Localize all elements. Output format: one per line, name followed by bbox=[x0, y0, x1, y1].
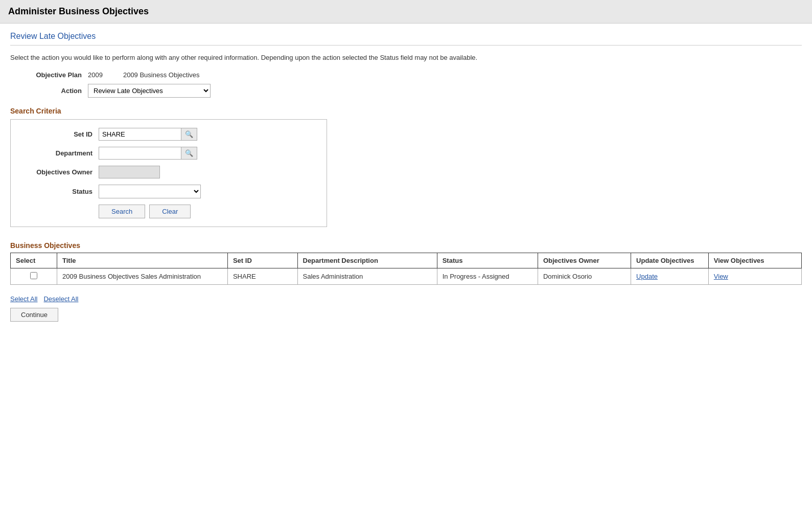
department-input[interactable] bbox=[99, 147, 181, 159]
business-objectives-table: Select Title Set ID Department Descripti… bbox=[10, 253, 802, 285]
col-header-title: Title bbox=[57, 253, 228, 268]
search-button[interactable]: Search bbox=[99, 205, 145, 218]
col-header-owner: Objectives Owner bbox=[538, 253, 631, 268]
col-header-dept: Department Description bbox=[297, 253, 437, 268]
search-criteria-box: Set ID 🔍 Department 🔍 Objectives Owner S… bbox=[10, 119, 327, 227]
objective-plan-name: 2009 Business Objectives bbox=[123, 71, 200, 79]
row-checkbox[interactable] bbox=[30, 272, 37, 279]
objective-plan-year: 2009 bbox=[88, 71, 103, 79]
setid-input[interactable] bbox=[99, 128, 181, 140]
page-title: Administer Business Objectives bbox=[8, 6, 804, 17]
col-header-select: Select bbox=[11, 253, 57, 268]
table-row: 2009 Business Objectives Sales Administr… bbox=[11, 268, 802, 284]
row-title: 2009 Business Objectives Sales Administr… bbox=[57, 268, 228, 284]
view-link[interactable]: View bbox=[714, 273, 728, 280]
status-select[interactable]: In Progress Assigned Complete bbox=[99, 185, 201, 198]
search-criteria-title: Search Criteria bbox=[10, 107, 802, 115]
continue-button[interactable]: Continue bbox=[10, 308, 58, 322]
col-header-update: Update Objectives bbox=[631, 253, 709, 268]
setid-search-icon-btn[interactable]: 🔍 bbox=[181, 128, 197, 140]
update-link[interactable]: Update bbox=[636, 273, 658, 280]
objective-plan-label: Objective Plan bbox=[10, 71, 82, 79]
select-all-link[interactable]: Select All bbox=[10, 295, 37, 303]
business-objectives-title: Business Objectives bbox=[10, 241, 802, 250]
department-search-icon-btn[interactable]: 🔍 bbox=[181, 147, 197, 159]
row-owner: Dominick Osorio bbox=[538, 268, 631, 284]
owner-label: Objectives Owner bbox=[21, 168, 92, 176]
status-label: Status bbox=[21, 188, 92, 195]
description-text: Select the action you would like to perf… bbox=[10, 53, 802, 63]
action-select[interactable]: Review Late Objectives Approve Objective… bbox=[88, 84, 211, 98]
deselect-all-link[interactable]: Deselect All bbox=[43, 295, 78, 303]
department-label: Department bbox=[21, 149, 92, 157]
section-heading: Review Late Objectives bbox=[10, 32, 802, 46]
col-header-view: View Objectives bbox=[708, 253, 801, 268]
col-header-status: Status bbox=[437, 253, 538, 268]
clear-button[interactable]: Clear bbox=[149, 205, 191, 218]
owner-input[interactable] bbox=[99, 166, 160, 178]
setid-input-wrap: 🔍 bbox=[99, 128, 197, 141]
row-setid: SHARE bbox=[227, 268, 297, 284]
row-department: Sales Administration bbox=[297, 268, 437, 284]
action-label: Action bbox=[10, 87, 82, 95]
col-header-setid: Set ID bbox=[227, 253, 297, 268]
setid-label: Set ID bbox=[21, 130, 92, 138]
row-status: In Progress - Assigned bbox=[437, 268, 538, 284]
department-input-wrap: 🔍 bbox=[99, 147, 197, 160]
